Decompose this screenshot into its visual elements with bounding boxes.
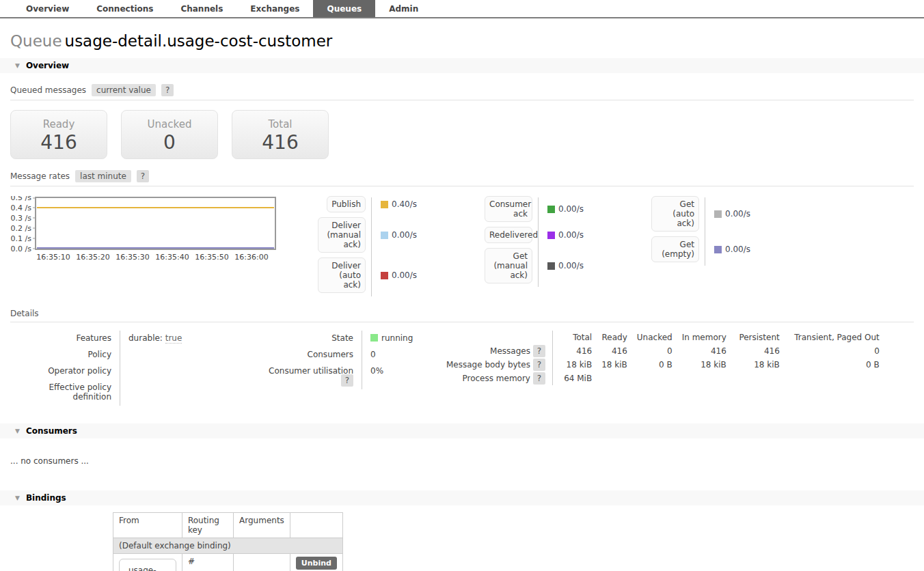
- message-stats-table: Total Ready Unacked In memory Persistent…: [446, 331, 880, 385]
- messages-in-memory: 416: [672, 344, 726, 358]
- get-manual-ack-rate-value: 0.00/s: [558, 261, 584, 270]
- consumers-value: 0: [362, 347, 438, 363]
- default-exchange-note: (Default exchange binding): [113, 538, 343, 554]
- message-rates-help-icon[interactable]: ?: [137, 170, 149, 182]
- section-overview-toggle[interactable]: ▼ Overview: [0, 58, 924, 73]
- legend-column-3: Get (auto ack) 0.00/s Get (empty) 0.00/s: [644, 196, 761, 267]
- ytick-1: 0.4 /s: [11, 204, 32, 212]
- deliver-manual-ack-rate-value: 0.00/s: [392, 230, 417, 240]
- deliver-auto-ack-legend-button[interactable]: Deliver (auto ack): [318, 257, 366, 293]
- messages-transient: 0: [780, 344, 880, 358]
- stats-row-messages: Messages ? 416 416 0 416 416 0: [446, 344, 880, 358]
- consumer-ack-rate-value: 0.00/s: [558, 204, 584, 214]
- state-value: running: [362, 331, 438, 347]
- durable-value[interactable]: true: [165, 333, 182, 344]
- features-value: durable: true: [120, 331, 249, 347]
- features-group: Features durable: true Policy Operator p…: [10, 331, 249, 406]
- get-empty-rate-value: 0.00/s: [725, 245, 750, 254]
- ytick-3: 0.2 /s: [11, 224, 32, 233]
- stats-col-persistent: Persistent: [726, 331, 780, 344]
- messages-help-icon[interactable]: ?: [533, 345, 545, 357]
- consumer-ack-legend-button[interactable]: Consumer ack: [485, 196, 532, 222]
- consumer-utilisation-value: 0%: [362, 363, 438, 389]
- tab-overview[interactable]: Overview: [12, 0, 83, 17]
- tab-queues[interactable]: Queues: [313, 0, 375, 17]
- deliver-manual-ack-color-swatch: [381, 232, 388, 239]
- ytick-2: 0.3 /s: [11, 214, 32, 223]
- process-memory-row-label: Process memory: [462, 374, 530, 383]
- unacked-card-label: Unacked: [122, 118, 217, 130]
- deliver-auto-ack-rate-value: 0.00/s: [392, 270, 417, 280]
- tab-connections[interactable]: Connections: [83, 0, 167, 17]
- queued-messages-heading: Queued messages current value ?: [10, 84, 914, 100]
- get-auto-ack-legend-button[interactable]: Get (auto ack): [651, 196, 699, 232]
- stats-col-unacked: Unacked: [627, 331, 672, 344]
- queued-messages-cards: Ready 416 Unacked 0 Total 416: [10, 110, 914, 159]
- stats-row-process-memory: Process memory ? 64 MiB: [446, 372, 880, 385]
- collapse-triangle-icon: ▼: [15, 495, 20, 501]
- state-label: State: [254, 331, 362, 347]
- messages-ready: 416: [592, 344, 627, 358]
- message-rates-mode-button[interactable]: last minute: [75, 170, 131, 182]
- xtick-1: 16:35:20: [76, 253, 109, 262]
- bindings-col-routing-key: Routing key: [182, 513, 233, 538]
- total-card: Total 416: [232, 110, 329, 159]
- durable-key: durable:: [128, 333, 163, 343]
- redelivered-legend-button[interactable]: Redelivered: [485, 227, 532, 243]
- tab-admin[interactable]: Admin: [375, 0, 432, 17]
- redelivered-color-swatch: [547, 232, 555, 239]
- tab-channels[interactable]: Channels: [167, 0, 236, 17]
- page-title-prefix: Queue: [10, 32, 62, 50]
- legend-row-deliver-manual: Deliver (manual ack) 0.00/s: [311, 217, 427, 253]
- operator-policy-value: [120, 363, 249, 380]
- legend-column-1: Publish 0.40/s Deliver (manual ack) 0.00…: [311, 196, 427, 298]
- messages-row-label: Messages: [490, 346, 530, 356]
- get-empty-color-swatch: [714, 246, 722, 253]
- get-auto-ack-rate-value: 0.00/s: [725, 209, 750, 219]
- ready-card-value: 416: [11, 131, 107, 154]
- xtick-3: 16:35:40: [155, 253, 189, 262]
- collapse-triangle-icon: ▼: [15, 62, 20, 69]
- source-exchange-link[interactable]: usage-detail: [119, 559, 176, 571]
- queued-messages-label: Queued messages: [10, 85, 86, 95]
- policy-value: [120, 347, 249, 363]
- bindings-col-arguments: Arguments: [234, 513, 290, 538]
- total-card-label: Total: [232, 118, 328, 130]
- publish-legend-button[interactable]: Publish: [327, 196, 366, 212]
- body-bytes-help-icon[interactable]: ?: [533, 359, 545, 371]
- stats-col-ready: Ready: [592, 331, 627, 344]
- deliver-manual-ack-legend-button[interactable]: Deliver (manual ack): [318, 217, 366, 253]
- process-memory-total: 64 MiB: [553, 372, 593, 385]
- redelivered-rate-value: 0.00/s: [558, 230, 584, 240]
- bindings-header-row: From Routing key Arguments: [113, 513, 343, 538]
- page-title: Queueusage-detail.usage-cost-customer: [10, 32, 924, 50]
- process-memory-help-icon[interactable]: ?: [533, 372, 545, 385]
- running-state-swatch: [370, 334, 378, 342]
- section-bindings-toggle[interactable]: ▼ Bindings: [0, 490, 924, 505]
- unbind-button[interactable]: Unbind: [296, 557, 337, 570]
- consumer-utilisation-help-icon[interactable]: ?: [341, 374, 353, 387]
- body-bytes-total: 18 kiB: [553, 358, 593, 372]
- message-rates-panel: 0.5 /s 0.4 /s 0.3 /s 0.2 /s 0.1 /s 0.0 /…: [10, 196, 914, 298]
- unacked-card-value: 0: [122, 131, 217, 154]
- binding-arguments: [234, 554, 290, 571]
- legend-row-redelivered: Redelivered 0.00/s: [478, 227, 594, 243]
- message-rates-heading: Message rates last minute ?: [10, 170, 914, 186]
- legend-row-consumer-ack: Consumer ack 0.00/s: [478, 196, 594, 222]
- queued-messages-mode-button[interactable]: current value: [92, 84, 156, 96]
- bindings-col-action: [290, 513, 342, 538]
- messages-unacked: 0: [627, 344, 672, 358]
- publish-rate-value: 0.40/s: [392, 199, 417, 209]
- details-panel: Features durable: true Policy Operator p…: [10, 331, 914, 406]
- total-card-value: 416: [232, 131, 328, 154]
- features-label: Features: [10, 331, 120, 347]
- section-consumers-toggle[interactable]: ▼ Consumers: [0, 423, 924, 438]
- get-empty-legend-button[interactable]: Get (empty): [651, 236, 699, 262]
- tab-exchanges[interactable]: Exchanges: [236, 0, 313, 17]
- state-text: running: [381, 333, 413, 343]
- get-manual-ack-legend-button[interactable]: Get (manual ack): [485, 248, 532, 283]
- consumer-utilisation-label: Consumer utilisation ?: [254, 363, 362, 389]
- queued-messages-help-icon[interactable]: ?: [161, 84, 174, 96]
- xtick-4: 16:35:50: [195, 253, 228, 262]
- queue-name: usage-detail.usage-cost-customer: [65, 32, 333, 50]
